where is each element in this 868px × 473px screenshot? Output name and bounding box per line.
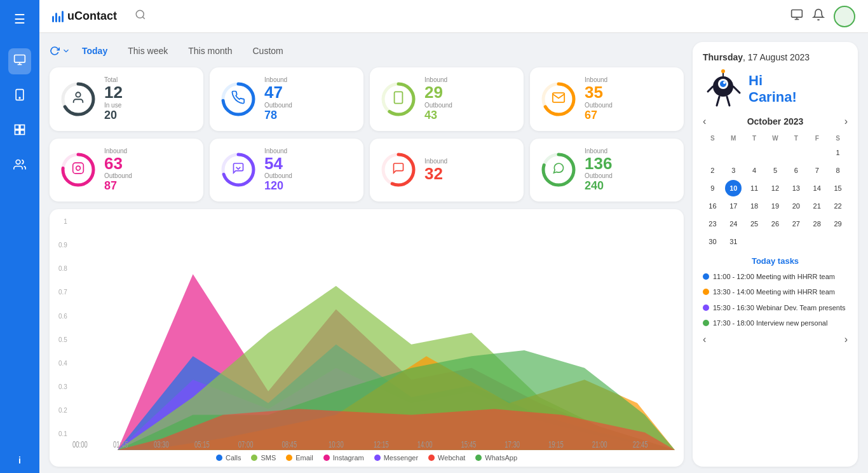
- filter-this-month[interactable]: This month: [179, 42, 241, 60]
- sms-values: Inbound 29 Outbound 43: [424, 76, 452, 122]
- sidebar-item-users[interactable]: [8, 153, 31, 179]
- header: uContact: [39, 0, 868, 33]
- legend-messenger: Messenger: [374, 454, 418, 462]
- cal-day-2[interactable]: 2: [704, 162, 721, 179]
- legend-instagram-label: Instagram: [333, 454, 364, 462]
- cal-day-1[interactable]: 1: [830, 144, 846, 161]
- card-calls: Inbound 47 Outbound 78: [210, 67, 363, 131]
- webchat-inbound-value: 32: [424, 165, 447, 183]
- cal-bottom-prev[interactable]: ‹: [703, 334, 706, 345]
- logo-text: uContact: [67, 10, 117, 23]
- cal-day-empty2: [746, 233, 763, 250]
- cal-day-20[interactable]: 20: [788, 198, 804, 214]
- email-icon: [552, 90, 566, 107]
- day-header-t2: T: [786, 134, 806, 143]
- cal-day-17[interactable]: 17: [725, 198, 742, 214]
- cal-day-3[interactable]: 3: [725, 162, 742, 179]
- cal-next-button[interactable]: ›: [844, 116, 848, 127]
- card-webchat: Inbound 32: [370, 139, 524, 202]
- instagram-inbound-label: Inbound: [104, 147, 132, 154]
- logo: uContact: [52, 10, 117, 23]
- instagram-inbound-value: 63: [104, 154, 132, 173]
- svg-text:08:45: 08:45: [281, 439, 297, 450]
- cal-day-25[interactable]: 25: [746, 216, 763, 232]
- filter-today[interactable]: Today: [73, 42, 116, 60]
- notification-icon[interactable]: [812, 8, 825, 24]
- refresh-button[interactable]: [50, 46, 71, 56]
- email-inbound-value: 35: [585, 83, 613, 102]
- task-1-dot: [703, 273, 709, 280]
- task-1: 11:00 - 12:00 Meeting with HHRR team: [703, 272, 848, 281]
- search-icon[interactable]: [135, 9, 146, 24]
- messenger-outbound-label: Outbound: [264, 172, 292, 179]
- main-area: uContact: [39, 0, 868, 473]
- cal-day-14[interactable]: 14: [809, 180, 825, 196]
- cal-day-13[interactable]: 13: [788, 180, 804, 196]
- cal-day-11[interactable]: 11: [746, 180, 763, 196]
- svg-point-60: [723, 81, 726, 84]
- filter-this-week[interactable]: This week: [119, 42, 177, 60]
- svg-rect-12: [792, 10, 803, 18]
- whatsapp-inbound-label: Inbound: [585, 147, 613, 154]
- card-whatsapp: Inbound 136 Outbound 240: [530, 139, 684, 202]
- robot-section: HiCarina!: [703, 69, 848, 109]
- whatsapp-inbound-value: 136: [585, 154, 613, 173]
- svg-text:21:00: 21:00: [592, 439, 607, 450]
- webchat-icon-wrap: [380, 151, 417, 188]
- cal-day-23[interactable]: 23: [704, 216, 721, 232]
- cal-day-6[interactable]: 6: [788, 162, 804, 179]
- cal-bottom-next[interactable]: ›: [844, 334, 848, 345]
- cal-day-8[interactable]: 8: [830, 162, 846, 179]
- cal-day-26[interactable]: 26: [767, 216, 783, 232]
- cal-day-30[interactable]: 30: [704, 233, 721, 250]
- cal-day-28[interactable]: 28: [809, 216, 825, 232]
- cal-day-empty3: [767, 233, 783, 250]
- agents-icon: [71, 90, 85, 107]
- messenger-values: Inbound 54 Outbound 120: [264, 147, 292, 193]
- sidebar-item-monitor[interactable]: [8, 48, 31, 74]
- cal-day-21[interactable]: 21: [809, 198, 825, 214]
- cal-day-7[interactable]: 7: [809, 162, 825, 179]
- messenger-inbound-value: 54: [264, 154, 292, 173]
- cal-day-4[interactable]: 4: [746, 162, 763, 179]
- sidebar-item-tablet[interactable]: [8, 83, 31, 109]
- whatsapp-icon-wrap: [540, 151, 577, 188]
- task-2: 13:30 - 14:00 Meeting with HHRR team: [703, 287, 848, 296]
- cal-day-31[interactable]: 31: [725, 233, 742, 250]
- cal-day-15[interactable]: 15: [830, 180, 846, 196]
- sidebar-info-icon[interactable]: i: [18, 455, 21, 465]
- cal-day-16[interactable]: 16: [704, 198, 721, 214]
- app-container: ☰ i: [0, 0, 868, 473]
- sidebar: ☰ i: [0, 0, 39, 473]
- svg-rect-7: [15, 130, 20, 135]
- cal-day-9[interactable]: 9: [704, 180, 721, 196]
- cal-day-27[interactable]: 27: [788, 216, 804, 232]
- cal-day-24[interactable]: 24: [725, 216, 742, 232]
- cal-day-29[interactable]: 29: [830, 216, 846, 232]
- top-cards-row: Total 12 In use 20: [50, 67, 684, 131]
- menu-icon[interactable]: ☰: [10, 8, 29, 31]
- calendar-nav: ‹ October 2023 ›: [703, 116, 848, 127]
- cal-day-10-today[interactable]: 10: [725, 180, 742, 196]
- cal-day-12[interactable]: 12: [767, 180, 783, 196]
- cal-day-18[interactable]: 18: [746, 198, 763, 214]
- day-header-f: F: [807, 134, 827, 143]
- cal-day-5[interactable]: 5: [767, 162, 783, 179]
- svg-text:03:30: 03:30: [154, 439, 169, 450]
- cal-day-22[interactable]: 22: [830, 198, 846, 214]
- cal-prev-button[interactable]: ‹: [703, 116, 706, 127]
- avatar[interactable]: [834, 6, 855, 27]
- cal-day-19[interactable]: 19: [767, 198, 783, 214]
- sidebar-item-layout[interactable]: [8, 118, 31, 144]
- calls-outbound-label: Outbound: [264, 102, 292, 109]
- messenger-icon: [232, 162, 245, 178]
- filter-custom[interactable]: Custom: [243, 42, 292, 60]
- monitor-icon[interactable]: [790, 8, 803, 24]
- svg-rect-5: [15, 125, 20, 130]
- agents-inuse-value: 20: [104, 109, 123, 122]
- task-2-text: 13:30 - 14:00 Meeting with HHRR team: [713, 287, 835, 296]
- hi-text: HiCarina!: [749, 72, 797, 106]
- card-messenger: Inbound 54 Outbound 120: [210, 139, 363, 202]
- svg-rect-6: [20, 125, 25, 130]
- svg-point-59: [720, 81, 726, 87]
